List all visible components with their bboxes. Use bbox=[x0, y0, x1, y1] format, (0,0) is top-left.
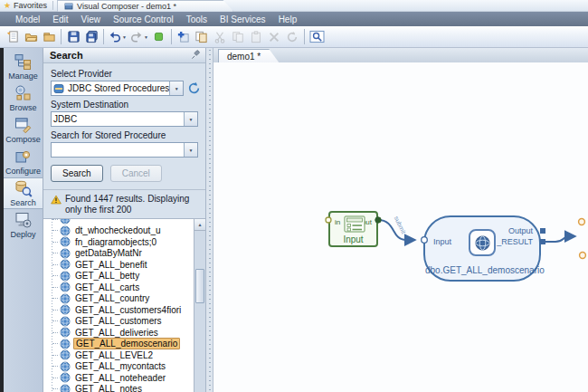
result-item-get-all-betty[interactable]: GET_ALL_betty bbox=[43, 271, 194, 282]
sidebar-item-search[interactable]: Search bbox=[4, 177, 43, 209]
result-item-get-all-noteheader[interactable]: GET_ALL_noteheader bbox=[43, 372, 194, 384]
menu-help[interactable]: Help bbox=[274, 14, 302, 25]
add-element-button[interactable] bbox=[175, 28, 193, 46]
sidebar-item-configure[interactable]: Configure bbox=[4, 146, 43, 177]
results-scrollbar[interactable]: ▲ bbox=[194, 219, 205, 392]
procedure-input-port[interactable] bbox=[422, 237, 428, 244]
status-connected-button[interactable] bbox=[150, 28, 168, 46]
copy-button[interactable] bbox=[229, 28, 247, 46]
refresh-providers-button[interactable] bbox=[187, 81, 201, 96]
redo-button[interactable]: ▼ bbox=[128, 28, 150, 46]
result-item-get-all-notes[interactable]: GET_ALL_notes bbox=[43, 384, 194, 392]
results-message-row: Found 1447 results. Displaying only the … bbox=[51, 194, 198, 215]
sidebar-item-label: Configure bbox=[5, 167, 41, 176]
sidebar-item-label: Manage bbox=[8, 72, 38, 81]
panel-splitter[interactable] bbox=[206, 48, 213, 392]
result-item-get-all-level2[interactable]: GET_ALL_LEVEL2 bbox=[43, 349, 194, 361]
provider-dropdown-button[interactable]: ▼ bbox=[169, 81, 183, 95]
result-item-get-all-customers4fiori[interactable]: GET_ALL_customers4fiori bbox=[43, 304, 194, 316]
find-button[interactable] bbox=[308, 28, 327, 46]
procedure-combobox[interactable]: ▼ bbox=[51, 142, 198, 158]
favorites-star-icon: ★ bbox=[4, 2, 11, 10]
procedure-dropdown-button[interactable]: ▼ bbox=[184, 143, 197, 157]
scroll-up-button[interactable]: ▲ bbox=[194, 219, 205, 231]
pin-panel-icon[interactable] bbox=[191, 47, 201, 63]
result-item-fn-diagramobjects-0[interactable]: fn_diagramobjects;0 bbox=[43, 236, 194, 248]
result-item-dt-whocheckedout-u[interactable]: dt_whocheckedout_u bbox=[43, 225, 194, 237]
result-item-label: GET_ALL_mycontacts bbox=[73, 361, 167, 371]
toolbar-separator bbox=[103, 29, 104, 44]
undo-button[interactable]: ▼ bbox=[107, 28, 128, 46]
tree-branch bbox=[52, 366, 58, 367]
provider-value: JDBC Stored Procedures bbox=[66, 83, 169, 93]
result-item-get-all-demoscenario[interactable]: GET_ALL_demoscenario bbox=[43, 339, 194, 350]
scroll-thumb[interactable] bbox=[195, 269, 204, 303]
results-list: dt_whocheckedout_ufn_diagramobjects;0get… bbox=[43, 218, 194, 392]
divider bbox=[43, 189, 205, 190]
result-item-get-all-customers[interactable]: GET_ALL_customers bbox=[43, 316, 194, 328]
save-button[interactable] bbox=[64, 28, 82, 46]
result-item-label: dt_whocheckedout_u bbox=[73, 225, 163, 235]
cancel-button[interactable]: Cancel bbox=[110, 165, 162, 182]
search-icon bbox=[14, 179, 33, 197]
share-model-button[interactable] bbox=[193, 28, 211, 46]
tab-demo1[interactable]: demo1 * bbox=[218, 49, 279, 62]
procedure-result-port[interactable] bbox=[540, 239, 545, 244]
result-item-get-all-deliveries[interactable]: GET_ALL_deliveries bbox=[43, 327, 194, 339]
input-node-out-port[interactable] bbox=[375, 217, 381, 223]
menu-tools[interactable]: Tools bbox=[182, 14, 212, 25]
browser-tab-title: Visual Composer - demo1 * bbox=[77, 2, 176, 11]
menu-view[interactable]: View bbox=[76, 14, 105, 25]
save-all-button[interactable] bbox=[82, 28, 100, 46]
result-item[interactable] bbox=[43, 218, 194, 225]
provider-combobox[interactable]: JDBC Stored Procedures ▼ bbox=[51, 81, 184, 96]
procedure-output-port[interactable] bbox=[540, 228, 545, 234]
new-model-button[interactable] bbox=[4, 28, 22, 46]
result-item-get-all-carts[interactable]: GET_ALL_carts bbox=[43, 282, 194, 293]
result-item-get-all-mycontacts[interactable]: GET_ALL_mycontacts bbox=[43, 361, 194, 373]
design-canvas[interactable]: in out Input Input Output _RESULT bbox=[213, 62, 588, 392]
menu-model[interactable]: Model bbox=[11, 14, 44, 25]
cut-button[interactable] bbox=[211, 28, 229, 46]
open-model-button[interactable] bbox=[22, 28, 40, 46]
result-item-label: getDataByMatNr bbox=[73, 248, 144, 258]
tree-branch bbox=[52, 219, 58, 220]
favorites-button[interactable]: ★ Favorites bbox=[0, 0, 52, 11]
tree-branch bbox=[52, 242, 58, 243]
canvas-area: demo1 * in out Input Input Output _RESUL… bbox=[213, 48, 588, 392]
menu-bi-services[interactable]: BI Services bbox=[215, 14, 270, 25]
tree-branch bbox=[52, 378, 58, 378]
tree-branch bbox=[52, 230, 58, 231]
sidebar-item-label: Search bbox=[10, 198, 36, 207]
new-folder-button[interactable] bbox=[40, 28, 58, 46]
delete-button[interactable] bbox=[265, 28, 283, 46]
provider-db-icon bbox=[53, 83, 64, 94]
dropdown-caret-icon[interactable]: ▼ bbox=[122, 34, 127, 40]
wire-procedure-output[interactable] bbox=[545, 236, 575, 242]
refresh-button[interactable] bbox=[283, 28, 301, 46]
result-item-get-all-country[interactable]: GET_ALL_country bbox=[43, 293, 194, 305]
menu-source-control[interactable]: Source Control bbox=[109, 14, 178, 25]
tree-branch bbox=[52, 332, 58, 333]
result-item-getdatabymatnr[interactable]: getDataByMatNr bbox=[43, 248, 194, 260]
destination-combobox[interactable]: JDBC ▼ bbox=[51, 111, 198, 127]
result-item-label: GET_ALL_carts bbox=[73, 282, 141, 292]
sidebar-item-browse[interactable]: Browse bbox=[4, 82, 43, 114]
result-item-get-all-benefit[interactable]: GET_ALL_benefit bbox=[43, 259, 194, 271]
results-container: dt_whocheckedout_ufn_diagramobjects;0get… bbox=[43, 218, 205, 392]
search-button[interactable]: Search bbox=[51, 165, 103, 182]
browser-tab-visual-composer[interactable]: Visual Composer - demo1 * bbox=[57, 0, 233, 12]
tree-branch bbox=[52, 388, 58, 389]
offscreen-node-port[interactable] bbox=[580, 253, 586, 259]
result-item-label: GET_ALL_LEVEL2 bbox=[73, 350, 155, 360]
sidebar-item-manage[interactable]: Manage bbox=[4, 51, 43, 82]
stored-procedure-icon bbox=[60, 293, 71, 304]
dropdown-caret-icon[interactable]: ▼ bbox=[144, 34, 148, 40]
menu-edit[interactable]: Edit bbox=[48, 14, 72, 25]
destination-dropdown-button[interactable]: ▼ bbox=[184, 112, 197, 126]
sidebar-item-compose[interactable]: Compose bbox=[4, 114, 43, 146]
input-node-in-port[interactable] bbox=[326, 217, 331, 223]
offscreen-node-port[interactable] bbox=[579, 219, 585, 225]
sidebar-item-deploy[interactable]: Deploy bbox=[4, 209, 43, 241]
paste-button[interactable] bbox=[247, 28, 265, 46]
